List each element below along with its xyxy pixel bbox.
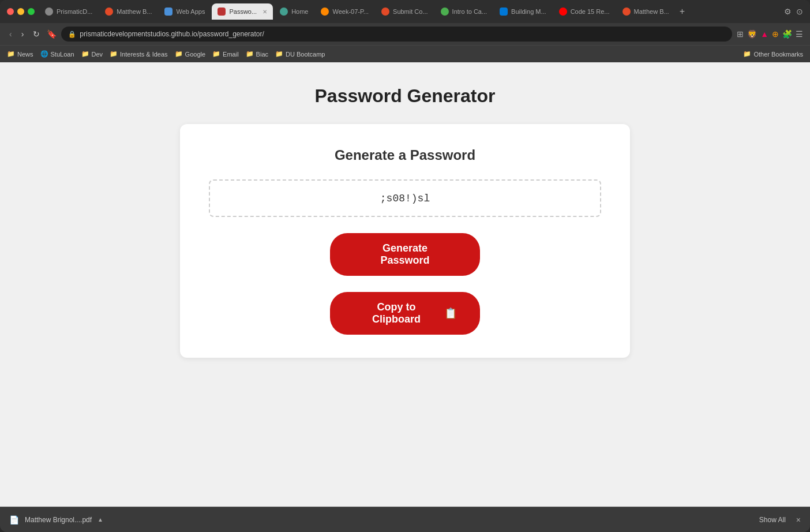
bookmark-email[interactable]: 📁 Email bbox=[212, 50, 239, 58]
bookmarks-bar: 📁 News 🌐 StuLoan 📁 Dev 📁 Interests & Ide… bbox=[0, 45, 810, 62]
url-bar[interactable]: 🔒 prismaticdevelopmentstudios.github.io/… bbox=[61, 27, 732, 42]
page-content: Password Generator Generate a Password ;… bbox=[0, 62, 810, 507]
browser-toolbar: ⊞ 🦁 ▲ ⊕ 🧩 ☰ bbox=[737, 29, 803, 39]
password-value: ;s08!)sl bbox=[380, 193, 430, 204]
grid-icon[interactable]: ⊞ bbox=[737, 29, 744, 39]
url-text: prismaticdevelopmentstudios.github.io/pa… bbox=[80, 30, 264, 38]
tab-icon-submitco bbox=[381, 8, 389, 16]
puzzle-icon[interactable]: 🧩 bbox=[782, 29, 792, 39]
tab-label-code15: Code 15 Re... bbox=[571, 8, 610, 15]
tab-label-webapps: Web Apps bbox=[176, 8, 205, 15]
tab-introcam[interactable]: Intro to Ca... bbox=[435, 3, 493, 20]
bookmark-google-label: Google bbox=[185, 51, 205, 58]
menu-icon[interactable]: ☰ bbox=[796, 29, 803, 39]
tab-home[interactable]: Home bbox=[274, 3, 314, 20]
bookmark-dev-label: Dev bbox=[92, 51, 103, 58]
bookmark-google[interactable]: 📁 Google bbox=[175, 50, 205, 58]
tab-prismatic[interactable]: PrismaticD... bbox=[39, 3, 98, 20]
tab-icon-webapps bbox=[164, 8, 172, 16]
tab-label-home: Home bbox=[291, 8, 308, 15]
bookmark-du-bootcamp[interactable]: 📁 DU Bootcamp bbox=[275, 50, 325, 58]
tab-label-week07: Week-07-P... bbox=[332, 8, 369, 15]
tab-webapps[interactable]: Web Apps bbox=[159, 3, 211, 20]
extensions-icon[interactable]: ⚙ bbox=[784, 7, 792, 16]
brave-vpn-icon[interactable]: ⊕ bbox=[772, 29, 779, 39]
tab-week07[interactable]: Week-07-P... bbox=[315, 3, 374, 20]
browser-window: PrismaticD... Matthew B... Web Apps Pass… bbox=[0, 0, 810, 532]
bookmark-du-label: DU Bootcamp bbox=[286, 51, 325, 58]
nav-buttons: ‹ › ↻ bbox=[7, 28, 42, 40]
clipboard-button-label: Copy to Clipboard bbox=[353, 301, 440, 325]
forward-button[interactable]: › bbox=[19, 28, 27, 40]
tab-close-password[interactable]: ✕ bbox=[262, 9, 267, 15]
bookmark-news[interactable]: 📁 News bbox=[7, 50, 33, 58]
tab-icon-password bbox=[217, 8, 226, 16]
bookmark-news-label: News bbox=[17, 51, 33, 58]
lock-icon: 🔒 bbox=[68, 31, 76, 38]
folder-dev-icon: 📁 bbox=[81, 50, 89, 58]
bookmark-interests[interactable]: 📁 Interests & Ideas bbox=[110, 50, 168, 58]
stuloan-icon: 🌐 bbox=[40, 50, 48, 58]
tab-label-matthew: Matthew B... bbox=[117, 8, 152, 15]
bookmark-biac-label: Biac bbox=[256, 51, 268, 58]
tab-icon-introcam bbox=[441, 8, 449, 16]
bookmark-stuloan[interactable]: 🌐 StuLoan bbox=[40, 50, 74, 58]
tab-matthew[interactable]: Matthew B... bbox=[99, 3, 158, 20]
download-bar: 📄 Matthew Brignol....pdf ▲ Show All × bbox=[0, 507, 810, 532]
tabs-bar: PrismaticD... Matthew B... Web Apps Pass… bbox=[39, 3, 779, 20]
tab-submitco[interactable]: Submit Co... bbox=[376, 3, 434, 20]
tab-code15[interactable]: Code 15 Re... bbox=[553, 3, 616, 20]
tab-label-matthewb2: Matthew B... bbox=[634, 8, 669, 15]
tab-label-prismatic: PrismaticD... bbox=[57, 8, 92, 15]
copy-to-clipboard-button[interactable]: Copy to Clipboard 📋 bbox=[330, 292, 480, 335]
folder-google-icon: 📁 bbox=[175, 50, 183, 58]
bookmark-interests-label: Interests & Ideas bbox=[120, 51, 168, 58]
main-card: Generate a Password ;s08!)sl Generate Pa… bbox=[180, 124, 630, 358]
brave-icon[interactable]: 🦁 bbox=[747, 29, 757, 39]
maximize-window-button[interactable] bbox=[28, 8, 35, 15]
generate-password-button[interactable]: Generate Password bbox=[330, 233, 480, 276]
tab-icon-code15 bbox=[559, 8, 567, 16]
bookmark-email-label: Email bbox=[223, 51, 239, 58]
tab-password[interactable]: Passwo... ✕ bbox=[212, 3, 273, 20]
back-button[interactable]: ‹ bbox=[7, 28, 14, 40]
tab-icon-prismatic bbox=[45, 8, 53, 16]
close-window-button[interactable] bbox=[7, 8, 14, 15]
folder-other-icon: 📁 bbox=[743, 50, 751, 58]
tab-icon-week07 bbox=[321, 8, 329, 16]
tab-icon-matthew bbox=[105, 8, 113, 16]
folder-icon: 📁 bbox=[7, 50, 15, 58]
file-icon: 📄 bbox=[9, 515, 19, 524]
folder-du-icon: 📁 bbox=[275, 50, 283, 58]
download-chevron-icon[interactable]: ▲ bbox=[97, 516, 103, 523]
page-title: Password Generator bbox=[315, 85, 496, 107]
tab-building[interactable]: Building M... bbox=[494, 3, 552, 20]
traffic-lights bbox=[7, 8, 35, 15]
download-close-button[interactable]: × bbox=[796, 515, 801, 524]
clipboard-icon: 📋 bbox=[444, 307, 457, 320]
tab-icon-building bbox=[500, 8, 508, 16]
tab-icon-home bbox=[280, 8, 288, 16]
tab-matthewb2[interactable]: Matthew B... bbox=[617, 3, 675, 20]
title-bar: PrismaticD... Matthew B... Web Apps Pass… bbox=[0, 0, 810, 23]
folder-email-icon: 📁 bbox=[212, 50, 220, 58]
tab-label-password: Passwo... bbox=[229, 8, 257, 15]
tab-label-submitco: Submit Co... bbox=[393, 8, 428, 15]
brave-rewards-icon[interactable]: ▲ bbox=[760, 29, 768, 39]
show-all-button[interactable]: Show All bbox=[759, 516, 786, 524]
bookmark-other[interactable]: 📁 Other Bookmarks bbox=[743, 50, 803, 58]
folder-biac-icon: 📁 bbox=[246, 50, 254, 58]
address-bar: ‹ › ↻ 🔖 🔒 prismaticdevelopmentstudios.gi… bbox=[0, 23, 810, 45]
refresh-button[interactable]: ↻ bbox=[31, 28, 42, 40]
bookmark-star-icon[interactable]: 🔖 bbox=[47, 29, 57, 39]
bookmark-dev[interactable]: 📁 Dev bbox=[81, 50, 103, 58]
folder-interests-icon: 📁 bbox=[110, 50, 118, 58]
minimize-window-button[interactable] bbox=[17, 8, 24, 15]
bookmark-other-label: Other Bookmarks bbox=[753, 51, 803, 58]
bookmark-biac[interactable]: 📁 Biac bbox=[246, 50, 268, 58]
new-tab-button[interactable]: + bbox=[676, 6, 688, 17]
card-heading: Generate a Password bbox=[335, 147, 475, 163]
tab-label-building: Building M... bbox=[511, 8, 546, 15]
profile-icon[interactable]: ⊙ bbox=[796, 7, 803, 16]
tab-label-introcam: Intro to Ca... bbox=[452, 8, 487, 15]
